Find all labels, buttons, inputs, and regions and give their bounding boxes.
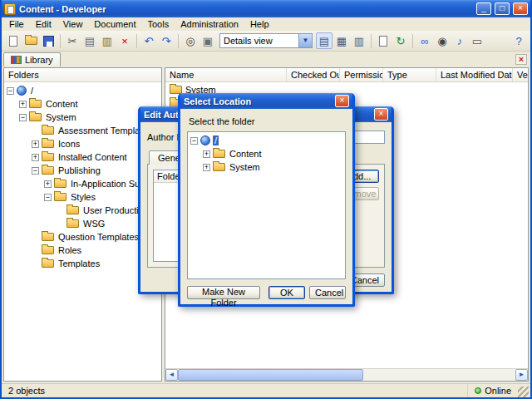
- status-bar: 2 objects Online: [2, 383, 530, 397]
- collapse-icon[interactable]: −: [7, 87, 14, 95]
- save-icon[interactable]: [40, 32, 57, 49]
- folder-icon: [29, 113, 42, 121]
- folder-icon: [54, 180, 66, 188]
- find-icon[interactable]: ◎: [182, 32, 199, 49]
- copy-icon[interactable]: ▤: [81, 32, 98, 49]
- menu-item-tools[interactable]: Tools: [142, 18, 175, 30]
- location-tree-item-label: System: [228, 162, 262, 172]
- column-header-checked-out-by[interactable]: Checked Out By: [287, 68, 340, 81]
- paste-icon[interactable]: ▥: [99, 32, 116, 49]
- open-folder-icon[interactable]: [22, 32, 39, 49]
- icons-view-icon: ▦: [337, 36, 347, 47]
- cut-icon[interactable]: ✂: [64, 32, 81, 49]
- new-document-icon[interactable]: [5, 32, 22, 49]
- document-icon[interactable]: [375, 32, 392, 49]
- online-icon: [475, 387, 481, 394]
- redo-icon[interactable]: ↷: [158, 32, 175, 49]
- toolbar-separator: [136, 34, 137, 48]
- window-title: Content - Developer: [19, 4, 473, 14]
- folder-icon: [66, 219, 79, 228]
- scroll-thumb[interactable]: [178, 369, 363, 381]
- menu-item-edit[interactable]: Edit: [30, 18, 57, 30]
- folder-icon: [42, 126, 54, 135]
- refresh-icon[interactable]: ↻: [392, 32, 409, 49]
- folder-tree-item-label: WSG: [81, 219, 106, 229]
- scroll-left-icon[interactable]: ◄: [165, 369, 178, 381]
- cancel-button[interactable]: Cancel: [309, 286, 346, 299]
- open-folder-icon: [25, 37, 37, 45]
- title-bar[interactable]: Content - Developer _ □ ×: [2, 0, 530, 17]
- player-view-icon[interactable]: ▥: [351, 32, 367, 49]
- menu-bar: FileEditViewDocumentToolsAdministrationH…: [2, 17, 530, 31]
- expand-icon[interactable]: +: [32, 140, 39, 148]
- properties-icon[interactable]: ▣: [200, 32, 216, 49]
- expand-icon[interactable]: +: [19, 101, 27, 108]
- scroll-right-icon[interactable]: ►: [515, 369, 528, 381]
- folder-tree-item-root[interactable]: −/: [4, 84, 161, 97]
- chevron-down-icon[interactable]: ▼: [298, 34, 312, 47]
- close-icon[interactable]: ×: [335, 95, 349, 107]
- close-button[interactable]: ×: [513, 2, 528, 15]
- menu-item-file[interactable]: File: [3, 18, 30, 30]
- menu-item-administration[interactable]: Administration: [175, 18, 244, 30]
- collapse-icon[interactable]: −: [190, 137, 198, 145]
- maximize-button[interactable]: □: [495, 2, 510, 15]
- print-icon[interactable]: ▭: [469, 32, 485, 49]
- location-tree-item-content[interactable]: +Content: [188, 147, 345, 160]
- close-icon[interactable]: ×: [374, 108, 388, 121]
- minimize-button[interactable]: _: [476, 2, 491, 15]
- menu-item-view[interactable]: View: [57, 18, 89, 30]
- player-view-icon: ▥: [354, 36, 364, 47]
- delete-icon[interactable]: ×: [116, 32, 133, 49]
- expand-icon[interactable]: +: [203, 150, 210, 158]
- ok-button[interactable]: OK: [268, 286, 305, 299]
- help-icon[interactable]: ?: [510, 32, 527, 49]
- select-location-buttons: Make New Folder OK Cancel: [187, 279, 346, 299]
- resize-grip[interactable]: [518, 387, 529, 397]
- sound-icon[interactable]: ♪: [451, 32, 468, 49]
- column-header-name[interactable]: Name: [165, 68, 287, 81]
- details-view-icon[interactable]: ▤: [316, 32, 332, 49]
- folder-icon: [42, 153, 54, 161]
- toolbar-separator: [412, 34, 413, 48]
- menu-item-document[interactable]: Document: [88, 18, 141, 30]
- preview-icon[interactable]: ◉: [434, 32, 451, 49]
- folder-icon: [213, 150, 225, 158]
- folder-icon: [42, 166, 54, 175]
- location-tree-item-root[interactable]: −/: [188, 134, 345, 147]
- collapse-icon[interactable]: −: [44, 194, 52, 201]
- scroll-track[interactable]: [178, 369, 515, 381]
- object-count: 2 objects: [3, 386, 467, 396]
- icons-view-icon[interactable]: ▦: [333, 32, 350, 49]
- expand-icon[interactable]: +: [203, 164, 210, 171]
- horizontal-scrollbar[interactable]: ◄ ►: [165, 368, 528, 381]
- column-header-type[interactable]: Type: [383, 68, 436, 81]
- new-document-icon: [9, 36, 17, 47]
- expand-icon[interactable]: +: [32, 154, 39, 161]
- folder-icon: [42, 259, 54, 268]
- link-icon[interactable]: ∞: [416, 32, 433, 49]
- expand-icon[interactable]: +: [44, 180, 52, 188]
- tab-library[interactable]: Library: [3, 52, 61, 66]
- close-tab-icon[interactable]: ×: [515, 54, 527, 65]
- column-header-last-modified-date[interactable]: Last Modified Date: [436, 68, 513, 81]
- menu-item-help[interactable]: Help: [244, 18, 275, 30]
- location-tree-item-system[interactable]: +System: [188, 160, 345, 174]
- root-icon: [200, 135, 210, 145]
- view-mode-select[interactable]: Details view ▼: [219, 33, 313, 48]
- folder-tree-item-label: Installed Content: [57, 152, 129, 162]
- select-folder-label: Select the folder: [189, 116, 346, 126]
- copy-icon: ▤: [85, 36, 95, 47]
- select-location-titlebar[interactable]: Select Location ×: [180, 93, 352, 109]
- folder-tree-item-label: Question Templates: [57, 232, 140, 242]
- column-header-versic[interactable]: Versic: [513, 68, 528, 81]
- tab-library-label: Library: [25, 55, 53, 65]
- collapse-icon[interactable]: −: [19, 114, 27, 121]
- collapse-icon[interactable]: −: [32, 167, 39, 175]
- make-new-folder-button[interactable]: Make New Folder: [187, 286, 260, 299]
- undo-icon[interactable]: ↶: [140, 32, 157, 49]
- column-header-permission[interactable]: Permission: [340, 68, 383, 81]
- folder-icon: [54, 193, 66, 201]
- undo-icon: ↶: [145, 36, 154, 47]
- document-icon: [379, 36, 387, 47]
